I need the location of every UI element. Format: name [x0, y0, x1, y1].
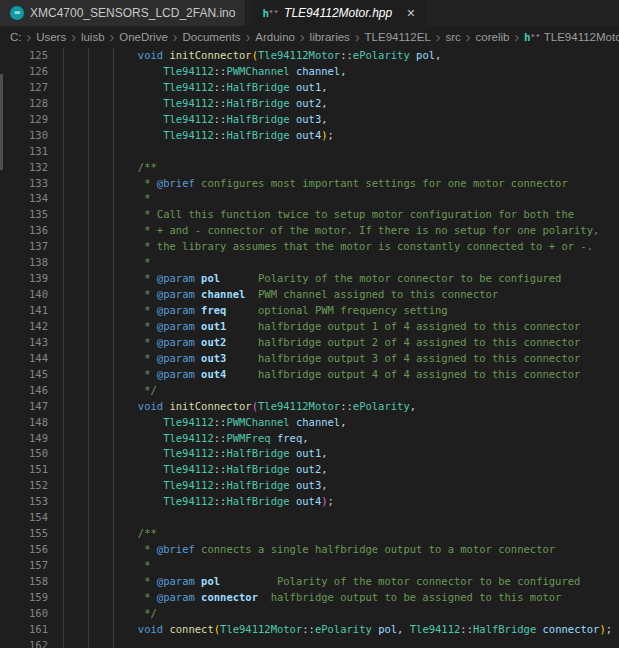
code-line[interactable]: 140 * @param channel PWM channel assigne…: [0, 287, 619, 303]
code-line[interactable]: 157 *: [0, 558, 619, 574]
breadcrumb-item[interactable]: Arduino: [255, 31, 295, 43]
line-number[interactable]: 151: [0, 462, 48, 478]
line-number[interactable]: 132: [0, 160, 48, 176]
breadcrumb-item[interactable]: src: [446, 31, 461, 43]
line-number[interactable]: 160: [0, 606, 48, 622]
code-line[interactable]: 143 * @param out2 halfbridge output 2 of…: [0, 335, 619, 351]
code-line[interactable]: 154: [0, 510, 619, 526]
breadcrumb-item[interactable]: luisb: [81, 31, 105, 43]
breadcrumb-item[interactable]: OneDrive: [119, 31, 168, 43]
code-line[interactable]: 147 void initConnector(Tle94112Motor::eP…: [0, 399, 619, 415]
code-line[interactable]: 139 * @param pol Polarity of the motor c…: [0, 271, 619, 287]
line-content: void initConnector(Tle94112Motor::ePolar…: [48, 48, 619, 64]
line-content: [48, 144, 619, 160]
breadcrumb-item[interactable]: C:: [10, 31, 22, 43]
line-number[interactable]: 139: [0, 271, 48, 287]
line-number[interactable]: 146: [0, 383, 48, 399]
close-tab-icon[interactable]: ✕: [404, 6, 417, 21]
line-number[interactable]: 142: [0, 319, 48, 335]
code-line[interactable]: 130 Tle94112::HalfBridge out4);: [0, 128, 619, 144]
line-content: * @param connector halfbridge output to …: [48, 590, 619, 606]
line-number[interactable]: 162: [0, 638, 48, 648]
code-line[interactable]: 160 */: [0, 606, 619, 622]
line-number[interactable]: 150: [0, 446, 48, 462]
tab-tle94112motor-hpp[interactable]: h⁺⁺ TLE94112Motor.hpp ✕: [252, 0, 427, 26]
line-number[interactable]: 126: [0, 64, 48, 80]
line-number[interactable]: 127: [0, 80, 48, 96]
line-content: * @param out2 halfbridge output 2 of 4 a…: [48, 335, 619, 351]
line-number[interactable]: 152: [0, 478, 48, 494]
code-line[interactable]: 162: [0, 638, 619, 648]
code-editor[interactable]: 125 void initConnector(Tle94112Motor::eP…: [0, 48, 619, 648]
line-number[interactable]: 143: [0, 335, 48, 351]
code-line[interactable]: 128 Tle94112::HalfBridge out2,: [0, 96, 619, 112]
line-number[interactable]: 141: [0, 303, 48, 319]
line-number[interactable]: 131: [0, 144, 48, 160]
code-line[interactable]: 132 /**: [0, 160, 619, 176]
line-number[interactable]: 147: [0, 399, 48, 415]
line-number[interactable]: 145: [0, 367, 48, 383]
code-line[interactable]: 150 Tle94112::HalfBridge out1,: [0, 446, 619, 462]
code-line[interactable]: 156 * @brief connects a single halfbridg…: [0, 542, 619, 558]
code-line[interactable]: 135 * Call this function twice to setup …: [0, 207, 619, 223]
code-line[interactable]: 148 Tle94112::PWMChannel channel,: [0, 415, 619, 431]
line-number[interactable]: 153: [0, 494, 48, 510]
line-number[interactable]: 140: [0, 287, 48, 303]
code-line[interactable]: 131: [0, 144, 619, 160]
line-number[interactable]: 159: [0, 590, 48, 606]
line-number[interactable]: 136: [0, 223, 48, 239]
breadcrumb-separator-icon: ›: [27, 30, 32, 44]
line-number[interactable]: 129: [0, 112, 48, 128]
line-number[interactable]: 133: [0, 176, 48, 192]
line-number[interactable]: 134: [0, 191, 48, 207]
line-number[interactable]: 137: [0, 239, 48, 255]
line-number[interactable]: 128: [0, 96, 48, 112]
code-line[interactable]: 133 * @brief configures most important s…: [0, 176, 619, 192]
code-line[interactable]: 125 void initConnector(Tle94112Motor::eP…: [0, 48, 619, 64]
code-line[interactable]: 129 Tle94112::HalfBridge out3,: [0, 112, 619, 128]
code-line[interactable]: 152 Tle94112::HalfBridge out3,: [0, 478, 619, 494]
breadcrumb-item[interactable]: TLE94112EL: [365, 31, 431, 43]
code-lines: 125 void initConnector(Tle94112Motor::eP…: [0, 48, 619, 648]
line-number[interactable]: 138: [0, 255, 48, 271]
line-number[interactable]: 144: [0, 351, 48, 367]
line-number[interactable]: 125: [0, 48, 48, 64]
code-line[interactable]: 161 void connect(Tle94112Motor::ePolarit…: [0, 622, 619, 638]
code-line[interactable]: 127 Tle94112::HalfBridge out1,: [0, 80, 619, 96]
line-content: Tle94112::HalfBridge out1,: [48, 446, 619, 462]
line-number[interactable]: 156: [0, 542, 48, 558]
line-number[interactable]: 157: [0, 558, 48, 574]
breadcrumb-item[interactable]: libraries: [310, 31, 350, 43]
line-number[interactable]: 135: [0, 207, 48, 223]
code-line[interactable]: 158 * @param pol Polarity of the motor c…: [0, 574, 619, 590]
breadcrumb-item[interactable]: corelib: [476, 31, 510, 43]
code-line[interactable]: 136 * + and - connector of the motor. If…: [0, 223, 619, 239]
code-line[interactable]: 153 Tle94112::HalfBridge out4);: [0, 494, 619, 510]
line-number[interactable]: 161: [0, 622, 48, 638]
breadcrumb-file[interactable]: h⁺⁺TLE94112Motor.hpp: [524, 31, 619, 44]
line-number[interactable]: 155: [0, 526, 48, 542]
code-line[interactable]: 151 Tle94112::HalfBridge out2,: [0, 462, 619, 478]
code-line[interactable]: 144 * @param out3 halfbridge output 3 of…: [0, 351, 619, 367]
code-line[interactable]: 145 * @param out4 halfbridge output 4 of…: [0, 367, 619, 383]
code-line[interactable]: 126 Tle94112::PWMChannel channel,: [0, 64, 619, 80]
line-number[interactable]: 130: [0, 128, 48, 144]
tab-label: XMC4700_SENSORS_LCD_2FAN.ino: [30, 6, 235, 20]
breadcrumb-item[interactable]: Documents: [182, 31, 240, 43]
code-line[interactable]: 138 *: [0, 255, 619, 271]
breadcrumb-item[interactable]: Users: [36, 31, 66, 43]
code-line[interactable]: 134 *: [0, 191, 619, 207]
code-line[interactable]: 142 * @param out1 halfbridge output 1 of…: [0, 319, 619, 335]
code-line[interactable]: 149 Tle94112::PWMFreq freq,: [0, 431, 619, 447]
code-line[interactable]: 141 * @param freq optional PWM frequency…: [0, 303, 619, 319]
line-number[interactable]: 148: [0, 415, 48, 431]
line-number[interactable]: 154: [0, 510, 48, 526]
tab-xmc4700-sensors-ino[interactable]: ∞ XMC4700_SENSORS_LCD_2FAN.ino: [0, 0, 246, 26]
code-line[interactable]: 155 /**: [0, 526, 619, 542]
line-number[interactable]: 149: [0, 431, 48, 447]
breadcrumb-separator-icon: ›: [514, 30, 519, 44]
code-line[interactable]: 137 * the library assumes that the motor…: [0, 239, 619, 255]
code-line[interactable]: 159 * @param connector halfbridge output…: [0, 590, 619, 606]
line-number[interactable]: 158: [0, 574, 48, 590]
code-line[interactable]: 146 */: [0, 383, 619, 399]
